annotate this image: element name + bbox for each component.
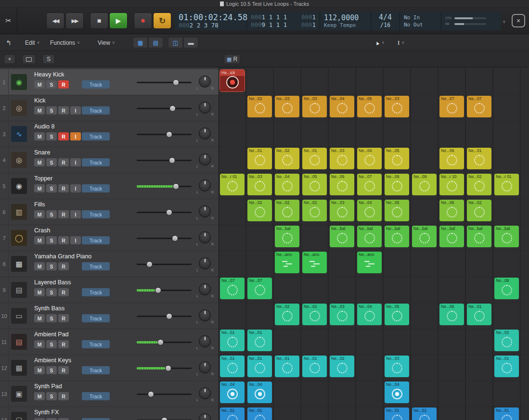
volume-slider[interactable] bbox=[137, 355, 192, 381]
loop-cell[interactable]: Ne...08 bbox=[385, 174, 409, 195]
cycle-button[interactable]: ↻ bbox=[153, 13, 171, 29]
loop-cell[interactable]: Ne...04 bbox=[357, 304, 382, 325]
record-enable-button[interactable]: R bbox=[58, 184, 69, 192]
functions-menu[interactable]: Functions ∨ bbox=[50, 34, 80, 51]
track-number[interactable]: 13 bbox=[0, 381, 9, 407]
solo-button[interactable]: S bbox=[46, 184, 57, 192]
slider-thumb[interactable] bbox=[166, 313, 172, 319]
loop-cell[interactable]: Ne...01 bbox=[412, 407, 437, 420]
loop-cell[interactable]: Ne...06 bbox=[439, 304, 464, 325]
loop-cell[interactable]: Ne...01 bbox=[275, 356, 299, 377]
slider-thumb[interactable] bbox=[173, 183, 179, 190]
track-row[interactable]: 10▭Synth BassMSRTrackLR bbox=[0, 303, 219, 329]
solo-button[interactable]: S bbox=[46, 366, 57, 374]
track-row[interactable]: 11▤Ambient PadMSRTrackLR bbox=[0, 329, 219, 355]
loop-cell[interactable]: Ne...ano bbox=[302, 252, 327, 273]
record-enable-button[interactable]: R bbox=[58, 418, 69, 420]
loop-cell[interactable]: Ne...01 bbox=[220, 330, 245, 351]
track-name[interactable]: Synth Pad bbox=[34, 383, 62, 390]
track-number[interactable]: 7 bbox=[0, 225, 9, 251]
track-button[interactable]: Track bbox=[82, 366, 110, 374]
pan-knob[interactable]: LR bbox=[197, 179, 213, 194]
drummer-icon[interactable]: ◉ bbox=[11, 74, 27, 90]
loop-cell[interactable]: Ne...bal bbox=[439, 226, 464, 247]
loop-cell[interactable]: Ne...01 bbox=[247, 356, 272, 377]
loop-cell[interactable]: Ne...01 bbox=[385, 407, 409, 420]
piano-icon[interactable]: ▦ bbox=[11, 256, 27, 272]
track-name[interactable]: Ambient Pad bbox=[34, 331, 69, 338]
track-name[interactable]: Snare bbox=[34, 149, 50, 156]
loop-cell[interactable]: Ne...03 bbox=[302, 96, 327, 117]
track-number[interactable]: 6 bbox=[0, 199, 9, 225]
track-number[interactable]: 3 bbox=[0, 121, 9, 147]
loop-cell[interactable]: Ne...01 bbox=[467, 304, 491, 325]
loop-cell[interactable]: Ne...bal bbox=[412, 226, 437, 247]
loop-cell[interactable]: Ne...bal bbox=[385, 226, 409, 247]
pan-knob[interactable]: LR bbox=[197, 231, 213, 246]
track-name[interactable]: Synth Bass bbox=[34, 305, 65, 312]
track-row[interactable]: 13▣Synth PadMSRTrackLR bbox=[0, 381, 219, 407]
loop-cell[interactable]: Ne...01 bbox=[247, 407, 272, 420]
volume-slider[interactable] bbox=[137, 147, 192, 173]
loop-cell[interactable]: Ne...07 bbox=[467, 96, 491, 117]
pan-knob[interactable]: LR bbox=[197, 361, 213, 376]
track-row[interactable]: 14▢Synth FXMSRTrackLR bbox=[0, 407, 219, 420]
input-monitor-button[interactable]: I bbox=[70, 236, 81, 244]
grid-view-button[interactable]: ▦ bbox=[133, 37, 148, 48]
pan-knob[interactable]: LR bbox=[197, 101, 213, 116]
record-enable-button[interactable]: R bbox=[58, 366, 69, 374]
record-enable-button[interactable]: R bbox=[58, 236, 69, 244]
slider-thumb[interactable] bbox=[166, 131, 172, 138]
track-button[interactable]: Track bbox=[82, 418, 110, 420]
volume-slider[interactable] bbox=[137, 173, 192, 199]
module-icon[interactable]: ▣ bbox=[11, 386, 27, 402]
loop-cell[interactable]: Ne...01 bbox=[247, 148, 272, 169]
loop-cell[interactable]: Ne...04 bbox=[385, 382, 409, 403]
track-button[interactable]: Track bbox=[82, 262, 110, 270]
volume-slider[interactable] bbox=[137, 277, 192, 303]
loop-cell[interactable]: Ne...03 bbox=[385, 96, 409, 117]
loop-cell[interactable]: Ne...03 bbox=[247, 174, 272, 195]
snare-icon[interactable]: ◎ bbox=[11, 152, 27, 168]
loop-cell[interactable]: Ne...01 bbox=[494, 407, 519, 420]
lcd-display[interactable]: 01:00:02:24.58 0002 2 3 78 0001 1 1 1 00… bbox=[175, 12, 501, 30]
lcd-time-section[interactable]: 01:00:02:24.58 0002 2 3 78 bbox=[175, 12, 247, 30]
track-number[interactable]: 14 bbox=[0, 407, 9, 420]
loop-cell[interactable]: Ne...02 bbox=[247, 200, 272, 221]
track-name[interactable]: Heavy Kick bbox=[34, 71, 65, 78]
track-button[interactable]: Track bbox=[82, 106, 110, 115]
track-name[interactable]: Topper bbox=[34, 175, 52, 182]
input-monitor-button[interactable]: I bbox=[70, 106, 81, 115]
loop-cell[interactable]: Ne...03 bbox=[330, 148, 354, 169]
input-monitor-button[interactable]: I bbox=[70, 184, 81, 192]
loop-cell[interactable]: Ne...07 bbox=[357, 174, 382, 195]
keyboard-icon[interactable]: ▤ bbox=[11, 334, 27, 350]
track-row[interactable]: 6▥FillsMSRITrackLR bbox=[0, 199, 219, 225]
record-enable-button[interactable]: R bbox=[58, 80, 69, 89]
solo-button[interactable]: S bbox=[46, 236, 57, 244]
loop-cell[interactable]: Ne...r 01 bbox=[494, 174, 519, 195]
loop-cell[interactable]: Ne...02 bbox=[275, 148, 299, 169]
record-enable-button[interactable]: R bbox=[58, 210, 69, 218]
view-menu[interactable]: View ∨ bbox=[98, 34, 115, 51]
volume-slider[interactable] bbox=[137, 95, 192, 121]
track-name[interactable]: Ambient Keys bbox=[34, 357, 71, 364]
solo-button[interactable]: S bbox=[46, 158, 57, 166]
volume-slider[interactable] bbox=[137, 199, 192, 225]
fx-icon[interactable]: ▢ bbox=[11, 412, 27, 420]
volume-slider[interactable] bbox=[137, 381, 192, 407]
loop-cell[interactable]: Ne...02 bbox=[247, 96, 272, 117]
volume-slider[interactable] bbox=[137, 121, 192, 147]
loop-cell[interactable]: Ne...01 bbox=[467, 148, 491, 169]
edit-menu[interactable]: Edit ∨ bbox=[25, 34, 40, 51]
pan-knob[interactable]: LR bbox=[197, 205, 213, 220]
track-row[interactable]: 2◎KickMSRITrackLR bbox=[0, 95, 219, 121]
track-row[interactable]: 4◎SnareMSRITrackLR bbox=[0, 147, 219, 173]
input-monitor-button[interactable]: I bbox=[70, 158, 81, 166]
lcd-signature-section[interactable]: 4/4 /16 bbox=[371, 12, 400, 30]
loop-cell[interactable]: He...ick bbox=[220, 70, 245, 91]
loop-cell[interactable]: Ne...02 bbox=[275, 200, 299, 221]
track-number[interactable]: 8 bbox=[0, 251, 9, 277]
loop-cell[interactable]: Ne...01 bbox=[302, 356, 327, 377]
solo-button[interactable]: S bbox=[46, 288, 57, 296]
